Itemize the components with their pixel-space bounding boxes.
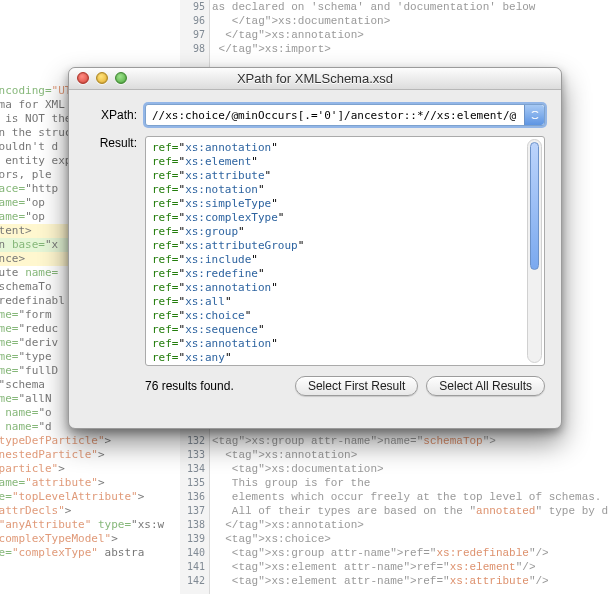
select-first-button[interactable]: Select First Result (295, 376, 418, 396)
select-all-button[interactable]: Select All Results (426, 376, 545, 396)
minimize-icon[interactable] (96, 72, 108, 84)
dialog-title: XPath for XMLSchema.xsd (69, 71, 561, 86)
result-item[interactable]: ref="xs:all" (152, 365, 538, 366)
scrollbar-thumb[interactable] (530, 142, 539, 270)
result-item[interactable]: ref="xs:redefine" (152, 267, 538, 281)
result-item[interactable]: ref="xs:simpleType" (152, 197, 538, 211)
result-item[interactable]: ref="xs:all" (152, 295, 538, 309)
result-item[interactable]: ref="xs:sequence" (152, 323, 538, 337)
result-item[interactable]: ref="xs:annotation" (152, 337, 538, 351)
xpath-input[interactable] (145, 104, 545, 126)
window-controls (77, 72, 127, 84)
dialog-titlebar[interactable]: XPath for XMLSchema.xsd (69, 68, 561, 90)
zoom-icon[interactable] (115, 72, 127, 84)
result-item[interactable]: ref="xs:group" (152, 225, 538, 239)
result-item[interactable]: ref="xs:attributeGroup" (152, 239, 538, 253)
result-item[interactable]: ref="xs:attribute" (152, 169, 538, 183)
result-list[interactable]: ref="xs:annotation"ref="xs:element"ref="… (145, 136, 545, 366)
result-item[interactable]: ref="xs:annotation" (152, 281, 538, 295)
result-item[interactable]: ref="xs:choice" (152, 309, 538, 323)
combobox-arrow-icon[interactable] (524, 105, 544, 125)
xpath-dialog: XPath for XMLSchema.xsd XPath: Result: (68, 67, 562, 429)
result-scrollbar[interactable] (527, 139, 542, 363)
result-status: 76 results found. (145, 379, 287, 393)
xpath-combobox[interactable] (145, 104, 545, 126)
result-label: Result: (85, 136, 137, 150)
result-item[interactable]: ref="xs:notation" (152, 183, 538, 197)
result-item[interactable]: ref="xs:any" (152, 351, 538, 365)
result-item[interactable]: ref="xs:include" (152, 253, 538, 267)
result-item[interactable]: ref="xs:annotation" (152, 141, 538, 155)
result-item[interactable]: ref="xs:element" (152, 155, 538, 169)
result-item[interactable]: ref="xs:complexType" (152, 211, 538, 225)
close-icon[interactable] (77, 72, 89, 84)
xpath-label: XPath: (85, 108, 137, 122)
